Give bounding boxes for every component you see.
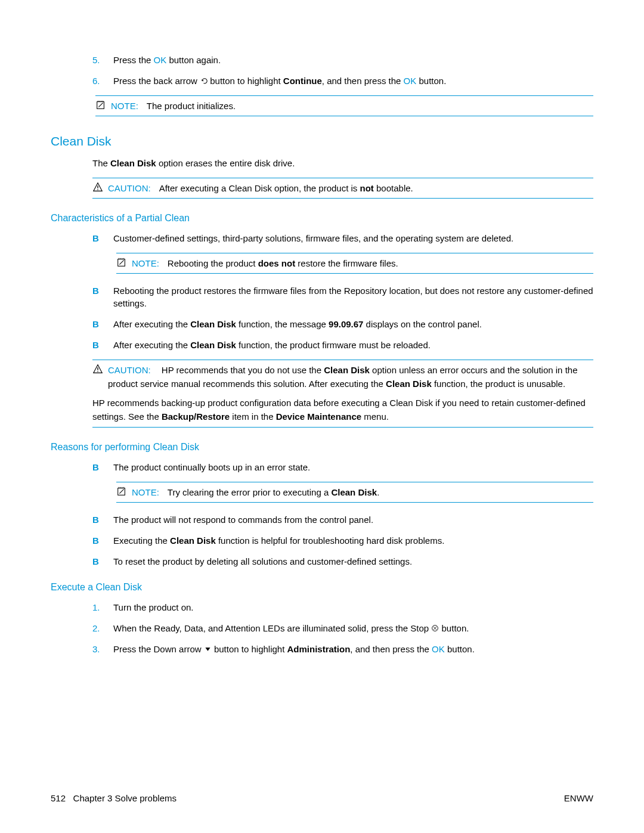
bullet-icon: B	[92, 232, 113, 244]
note-label: NOTE:	[132, 486, 159, 498]
note-text: The product initializes.	[147, 100, 593, 112]
step-number: 2.	[92, 622, 113, 634]
caution-icon	[92, 182, 106, 193]
paragraph: The Clean Disk option erases the entire …	[92, 157, 593, 169]
caution-label: CAUTION:	[108, 182, 151, 194]
page-number: 512	[51, 793, 66, 803]
list-item: B Customer-defined settings, third-party…	[92, 232, 593, 244]
caution-text: After executing a Clean Disk option, the…	[159, 182, 593, 194]
list-text: The product will not respond to commands…	[113, 513, 593, 526]
chapter-label: Chapter 3 Solve problems	[73, 793, 177, 803]
note-text: Try clearing the error prior to executin…	[168, 486, 593, 498]
note-callout: NOTE: Try clearing the error prior to ex…	[116, 482, 593, 503]
footer-right: ENWW	[564, 793, 593, 803]
note-icon	[116, 257, 129, 268]
heading-execute: Execute a Clean Disk	[51, 582, 593, 593]
step-3: 3. Press the Down arrow button to highli…	[92, 643, 593, 655]
stop-icon	[431, 623, 439, 633]
note-icon	[95, 100, 109, 110]
list-item: B After executing the Clean Disk functio…	[92, 318, 593, 330]
list-item: B Rebooting the product restores the fir…	[92, 284, 593, 309]
bullet-icon: B	[92, 318, 113, 330]
list-item: B The product continually boots up in an…	[92, 461, 593, 473]
step-number: 1.	[92, 601, 113, 614]
note-text: Rebooting the product does not restore t…	[168, 257, 593, 270]
down-arrow-icon	[204, 644, 212, 654]
list-text: Rebooting the product restores the firmw…	[113, 284, 593, 309]
step-text: Turn the product on.	[113, 601, 593, 614]
back-arrow-icon	[200, 76, 208, 86]
caution-label: CAUTION:	[108, 365, 151, 375]
step-6: 6. Press the back arrow button to highli…	[92, 75, 593, 87]
caution-callout: CAUTION: After executing a Clean Disk op…	[92, 178, 593, 199]
list-text: Executing the Clean Disk function is hel…	[113, 534, 593, 547]
caution-callout: CAUTION: HP recommends that you do not u…	[92, 360, 593, 428]
note-icon	[116, 486, 129, 497]
note-callout: NOTE: The product initializes.	[95, 95, 593, 116]
list-text: After executing the Clean Disk function,…	[113, 318, 593, 330]
heading-characteristics: Characteristics of a Partial Clean	[51, 213, 593, 224]
step-text: Press the OK button again.	[113, 54, 593, 66]
bullet-icon: B	[92, 339, 113, 351]
note-label: NOTE:	[111, 100, 138, 112]
page-footer: 512 Chapter 3 Solve problems ENWW	[51, 793, 593, 803]
bullet-icon: B	[92, 555, 113, 568]
step-number: 5.	[92, 54, 113, 66]
list-item: B Executing the Clean Disk function is h…	[92, 534, 593, 547]
svg-point-2	[97, 189, 98, 190]
bullet-icon: B	[92, 461, 113, 473]
list-item: B The product will not respond to comman…	[92, 513, 593, 526]
list-text: Customer-defined settings, third-party s…	[113, 232, 593, 244]
step-text: When the Ready, Data, and Attention LEDs…	[113, 622, 593, 634]
bullet-icon: B	[92, 534, 113, 547]
step-number: 6.	[92, 75, 113, 87]
svg-point-5	[97, 371, 98, 372]
note-callout: NOTE: Rebooting the product does not res…	[116, 253, 593, 274]
caution-paragraph: HP recommends backing-up product configu…	[92, 397, 593, 423]
caution-icon	[92, 364, 106, 374]
step-1: 1. Turn the product on.	[92, 601, 593, 614]
step-number: 3.	[92, 643, 113, 655]
step-text: Press the back arrow button to highlight…	[113, 75, 593, 87]
heading-reasons: Reasons for performing Clean Disk	[51, 442, 593, 453]
list-text: After executing the Clean Disk function,…	[113, 339, 593, 351]
heading-clean-disk: Clean Disk	[51, 134, 593, 148]
bullet-icon: B	[92, 513, 113, 526]
list-text: To reset the product by deleting all sol…	[113, 555, 593, 568]
note-label: NOTE:	[132, 257, 159, 270]
step-text: Press the Down arrow button to highlight…	[113, 643, 593, 655]
step-2: 2. When the Ready, Data, and Attention L…	[92, 622, 593, 634]
step-5: 5. Press the OK button again.	[92, 54, 593, 66]
list-item: B To reset the product by deleting all s…	[92, 555, 593, 568]
list-item: B After executing the Clean Disk functio…	[92, 339, 593, 351]
list-text: The product continually boots up in an e…	[113, 461, 593, 473]
bullet-icon: B	[92, 284, 113, 309]
